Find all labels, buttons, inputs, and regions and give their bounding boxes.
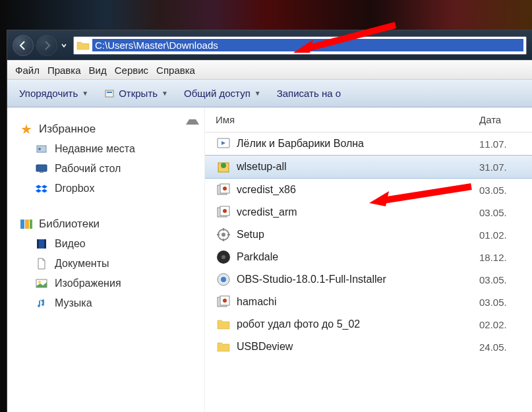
- music-label: Музыка: [55, 297, 92, 309]
- menu-help[interactable]: Справка: [156, 65, 195, 76]
- burn-label: Записать на о: [277, 88, 341, 99]
- svg-rect-10: [37, 239, 39, 249]
- favorites-group: ★ Избранное Недавние места Рабочий стол: [15, 119, 196, 198]
- svg-point-31: [223, 299, 227, 303]
- svg-rect-11: [44, 239, 46, 249]
- installer-icon: [216, 182, 231, 198]
- open-button[interactable]: Открыть ▼: [104, 88, 168, 99]
- svg-point-16: [221, 163, 226, 168]
- disc-icon: [216, 249, 231, 265]
- back-button[interactable]: [13, 35, 34, 56]
- svg-rect-6: [20, 220, 24, 229]
- file-date: 03.05.: [479, 185, 532, 196]
- desktop-background: [0, 0, 532, 30]
- recent-places-icon: [35, 142, 48, 156]
- libraries-label: Библиотеки: [39, 218, 100, 231]
- organize-label: Упорядочить: [19, 88, 78, 99]
- sidebar: ★ Избранное Недавние места Рабочий стол: [7, 107, 205, 412]
- toolbar: Упорядочить ▼ Открыть ▼ Общий доступ ▼ З…: [7, 80, 532, 107]
- pictures-icon: [35, 277, 48, 290]
- annotation-arrow-1: [290, 20, 402, 59]
- file-name: Setup: [237, 229, 479, 241]
- file-date: 24.05.: [479, 341, 532, 353]
- sidebar-item-documents[interactable]: Документы: [15, 254, 196, 274]
- file-name: Лёлик и Барбарики Волна: [237, 138, 479, 150]
- libraries-header[interactable]: Библиотеки: [15, 214, 196, 234]
- open-label: Открыть: [119, 88, 158, 99]
- arrow-right-icon: [42, 40, 52, 51]
- svg-point-13: [38, 281, 41, 283]
- file-date: 03.05.: [479, 297, 532, 308]
- svg-point-24: [222, 233, 225, 237]
- column-name[interactable]: Имя: [216, 114, 479, 125]
- menu-file[interactable]: Файл: [15, 65, 40, 76]
- sidebar-item-desktop[interactable]: Рабочий стол: [15, 159, 196, 179]
- file-row[interactable]: Parkdale18.12.: [205, 246, 532, 268]
- documents-icon: [35, 257, 48, 270]
- libraries-icon: [19, 217, 34, 231]
- folder-icon: [216, 339, 231, 355]
- burn-button[interactable]: Записать на о: [277, 88, 341, 99]
- content-area: ★ Избранное Недавние места Рабочий стол: [7, 107, 532, 412]
- file-row[interactable]: Лёлик и Барбарики Волна11.07.: [205, 132, 532, 155]
- file-date: 11.07.: [479, 138, 532, 150]
- explorer-window: Файл Правка Вид Сервис Справка Упорядочи…: [7, 30, 532, 412]
- nav-dropdown[interactable]: [60, 42, 68, 49]
- file-row[interactable]: OBS-Studio-18.0.1-Full-Installer03.05.: [205, 268, 532, 291]
- file-row[interactable]: Setup01.02.: [205, 223, 532, 246]
- sidebar-item-pictures[interactable]: Изображения: [15, 274, 196, 293]
- chevron-down-icon: ▼: [82, 90, 88, 97]
- forward-button[interactable]: [36, 35, 57, 56]
- favorites-header[interactable]: ★ Избранное: [15, 119, 196, 139]
- file-date: 01.02.: [479, 229, 532, 241]
- file-date: 03.05.: [479, 207, 532, 218]
- desktop-label: Рабочий стол: [55, 163, 121, 175]
- file-name: OBS-Studio-18.0.1-Full-Installer: [237, 274, 479, 285]
- arrow-left-icon: [18, 40, 28, 51]
- column-date[interactable]: Дата: [479, 114, 532, 125]
- file-row[interactable]: wlsetup-all31.07.: [205, 155, 532, 179]
- organize-button[interactable]: Упорядочить ▼: [19, 88, 88, 99]
- installer-green-icon: [216, 159, 231, 175]
- share-button[interactable]: Общий доступ ▼: [184, 88, 261, 99]
- menu-bar: Файл Правка Вид Сервис Справка: [7, 60, 532, 80]
- svg-rect-4: [36, 165, 47, 171]
- file-row[interactable]: USBDeview24.05.: [205, 336, 532, 358]
- folder-icon: [216, 316, 231, 332]
- sidebar-item-video[interactable]: Видео: [15, 234, 196, 254]
- menu-edit[interactable]: Правка: [47, 65, 81, 76]
- file-date: 03.05.: [479, 274, 532, 285]
- annotation-arrow-2: [366, 181, 478, 214]
- sidebar-item-recent[interactable]: Недавние места: [15, 139, 196, 159]
- installer-icon: [216, 294, 231, 310]
- svg-rect-7: [25, 220, 29, 229]
- svg-point-3: [38, 148, 41, 150]
- desktop-icon: [35, 162, 48, 175]
- chevron-down-icon: [61, 43, 67, 48]
- file-name: робот удал фото до 5_02: [237, 318, 479, 330]
- folder-icon: [76, 40, 90, 51]
- dropbox-label: Dropbox: [55, 183, 94, 194]
- chevron-down-icon: ▼: [254, 90, 261, 97]
- gear-icon: [216, 227, 231, 243]
- svg-rect-5: [40, 171, 44, 173]
- file-name: USBDeview: [237, 341, 479, 353]
- file-name: hamachi: [237, 296, 479, 308]
- share-label: Общий доступ: [184, 88, 251, 99]
- media-icon: [216, 136, 231, 152]
- menu-tools[interactable]: Сервис: [115, 65, 148, 76]
- file-name: Parkdale: [237, 251, 479, 263]
- installer-blue-icon: [216, 272, 231, 287]
- sidebar-item-music[interactable]: Музыка: [15, 293, 196, 313]
- file-date: 02.02.: [479, 319, 532, 330]
- svg-rect-1: [107, 92, 112, 93]
- sidebar-item-dropbox[interactable]: Dropbox: [15, 179, 196, 198]
- file-row[interactable]: робот удал фото до 5_0202.02.: [205, 313, 532, 336]
- file-row[interactable]: hamachi03.05.: [205, 291, 532, 313]
- dropbox-icon: [35, 182, 48, 195]
- svg-point-22: [223, 209, 227, 213]
- menu-view[interactable]: Вид: [89, 65, 107, 76]
- installer-icon: [216, 204, 231, 220]
- file-name: wlsetup-all: [237, 161, 479, 173]
- svg-rect-8: [30, 220, 32, 229]
